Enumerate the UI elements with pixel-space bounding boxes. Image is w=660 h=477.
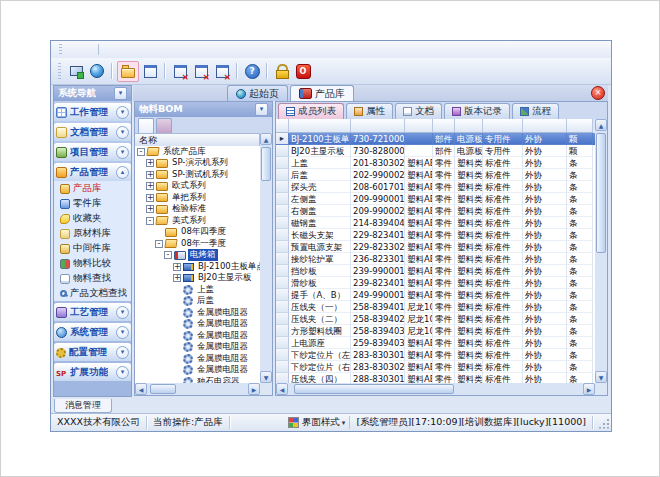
exit-icon[interactable] xyxy=(293,62,313,81)
chevron-icon[interactable]: ▾ xyxy=(116,126,129,139)
后盖[interactable]: 后盖 202-990002-01X 塑料ABS 零件 塑料类 标准件 外协 条 xyxy=(276,169,607,181)
tree-vertical-scrollbar[interactable] xyxy=(260,133,272,383)
help-icon[interactable] xyxy=(242,62,262,81)
tree-expander-icon[interactable]: + xyxy=(173,274,181,282)
message-panel-tab[interactable]: 消息管理 xyxy=(54,399,112,413)
menu-tools[interactable] xyxy=(81,49,95,51)
sidebar-item-part-lib[interactable]: 零件库 xyxy=(54,196,131,211)
column-header[interactable] xyxy=(289,119,351,133)
sidebar-item-material-compare[interactable]: 物料比较 xyxy=(54,256,131,271)
chevron-icon[interactable]: ▾ xyxy=(116,306,129,319)
toolbar-separator[interactable] xyxy=(163,63,167,79)
row-selector[interactable] xyxy=(276,289,289,301)
menu-window[interactable] xyxy=(102,49,116,51)
tree-expander-icon[interactable]: + xyxy=(146,182,154,190)
sidebar-group-product-mgmt[interactable]: 产品管理 ▴ xyxy=(54,163,131,181)
close-all-windows-icon[interactable] xyxy=(191,62,211,81)
tree-node[interactable]: 08年四季度 xyxy=(135,227,260,239)
scroll-up-icon[interactable] xyxy=(595,119,607,131)
tree-node[interactable]: - 系统产品库 xyxy=(135,146,260,158)
滑纱板[interactable]: 滑纱板 239-823401-00X 塑料ABS 零件 塑料类 标准件 外协 条 xyxy=(276,277,607,289)
tab-archived-version[interactable] xyxy=(156,118,172,133)
sidebar-item-product-lib[interactable]: 产品库 xyxy=(54,181,131,196)
row-selector[interactable] xyxy=(276,253,289,265)
tree-expander-icon[interactable]: - xyxy=(155,240,163,248)
resize-grip[interactable] xyxy=(597,417,609,429)
长磁头支架[interactable]: 长磁头支架 229-823401-00X 塑料ABS 零件 塑料类 标准件 外协… xyxy=(276,229,607,241)
tree-expander-icon[interactable]: - xyxy=(146,217,154,225)
sidebar-item-material-search[interactable]: 物料查找 xyxy=(54,271,131,286)
tab-working-version[interactable] xyxy=(138,118,154,133)
ui-style-button[interactable]: 界面样式 xyxy=(302,416,340,429)
row-selector[interactable] xyxy=(276,157,289,169)
左侧盖[interactable]: 左侧盖 209-990001-01X 塑料ABS 零件 塑料类 标准件 外协 条 xyxy=(276,193,607,205)
scroll-right-icon[interactable] xyxy=(583,383,595,395)
row-selector[interactable] xyxy=(276,241,289,253)
tree-node[interactable]: 金属膜电阻器 xyxy=(135,342,260,354)
chevron-icon[interactable]: ▴ xyxy=(116,166,129,179)
tab-workflow[interactable]: 流程 xyxy=(512,103,559,119)
row-selector[interactable] xyxy=(276,313,289,325)
row-selector[interactable] xyxy=(276,145,289,157)
下纱定位片（右）[interactable]: 下纱定位片（右） 283-830302-00X 塑料ABS 零件 塑料类 标准件… xyxy=(276,361,607,373)
scroll-down-icon[interactable] xyxy=(595,371,607,383)
压线夹（四）[interactable]: 压线夹（四） 288-830301-00X 塑料ABS 零件 塑料类 标准件 外… xyxy=(276,373,607,383)
row-selector[interactable] xyxy=(276,229,289,241)
menu-plugins[interactable] xyxy=(116,49,130,51)
scrollbar-thumb[interactable] xyxy=(150,384,176,394)
scrollbar-track[interactable] xyxy=(260,145,272,371)
chevron-icon[interactable]: ▾ xyxy=(116,366,129,379)
row-selector[interactable] xyxy=(276,325,289,337)
tree-node[interactable]: + BJ-2100主板单点 xyxy=(135,261,260,273)
tree-node[interactable]: + 单把系列 xyxy=(135,192,260,204)
row-selector[interactable] xyxy=(276,301,289,313)
sidebar-group-doc-mgmt[interactable]: 文档管理 ▾ xyxy=(54,123,131,141)
chevron-icon[interactable]: ▾ xyxy=(116,106,129,119)
压线夹（二）[interactable]: 压线夹（二） 258-839402-00X 尼龙1010 零件 塑料类 标准件 … xyxy=(276,313,607,325)
scrollbar-track[interactable] xyxy=(595,131,607,371)
sidebar-group-extensions[interactable]: 扩展功能 ▾ xyxy=(54,363,131,381)
monitor-icon[interactable] xyxy=(66,62,86,81)
toolbar-separator[interactable] xyxy=(265,63,269,79)
tree-node[interactable]: - 美式系列 xyxy=(135,215,260,227)
menu-system[interactable] xyxy=(67,49,81,51)
close-other-windows-icon[interactable] xyxy=(212,62,232,81)
sidebar-group-project-mgmt[interactable]: 项目管理 ▾ xyxy=(54,143,131,161)
sidebar-group-process-mgmt[interactable]: 工艺管理 ▾ xyxy=(54,303,131,321)
globe-icon[interactable] xyxy=(87,62,107,81)
scrollbar-thumb[interactable] xyxy=(261,147,271,181)
chevron-icon[interactable]: ▾ xyxy=(116,326,129,339)
sidebar-item-intermediate-lib[interactable]: 中间件库 xyxy=(54,241,131,256)
toolbar-separator[interactable] xyxy=(235,63,239,79)
tree-expander-icon[interactable]: + xyxy=(173,263,181,271)
上盖[interactable]: 上盖 201-830302-00X 塑料ABS 零件 塑料类 标准件 外协 条 xyxy=(276,157,607,169)
tree-node[interactable]: + SP-测试机系列 xyxy=(135,169,260,181)
column-header[interactable] xyxy=(351,119,405,133)
tree-expander-icon[interactable]: - xyxy=(164,251,172,259)
tree-node[interactable]: + BJ20主显示板 xyxy=(135,273,260,285)
column-header[interactable] xyxy=(567,119,593,133)
menu-divider[interactable] xyxy=(98,44,99,55)
row-selector[interactable] xyxy=(276,205,289,217)
menu-help[interactable] xyxy=(130,49,144,51)
tree-node[interactable]: 上盖 xyxy=(135,284,260,296)
tree-expander-icon[interactable]: + xyxy=(146,205,154,213)
tree-node[interactable]: 金属膜电阻器 xyxy=(135,353,260,365)
sidebar-item-favorites[interactable]: 收藏夹 xyxy=(54,211,131,226)
row-selector[interactable] xyxy=(276,217,289,229)
tree-expander-icon[interactable]: + xyxy=(146,159,154,167)
sidebar-item-product-doc-search[interactable]: 产品文档查找 xyxy=(54,286,131,301)
column-header[interactable] xyxy=(405,119,433,133)
scroll-right-icon[interactable] xyxy=(248,383,260,395)
tree-node[interactable]: + SP-演示机系列 xyxy=(135,158,260,170)
column-header[interactable] xyxy=(276,119,289,133)
table-vertical-scrollbar[interactable] xyxy=(595,119,607,383)
window-layout-icon[interactable] xyxy=(140,62,160,81)
scroll-left-icon[interactable] xyxy=(276,383,288,395)
scrollbar-thumb[interactable] xyxy=(294,384,454,394)
接纱轮护罩[interactable]: 接纱轮护罩 236-823301-00X 塑料ABS 零件 塑料类 标准件 外协… xyxy=(276,253,607,265)
dropdown-caret-icon[interactable]: ▾ xyxy=(342,419,346,427)
open-folder-icon[interactable] xyxy=(117,61,139,82)
预置电源支架[interactable]: 预置电源支架 229-823302-00X 塑料ABS 零件 塑料类 标准件 外… xyxy=(276,241,607,253)
tree-node[interactable]: 后盖 xyxy=(135,296,260,308)
